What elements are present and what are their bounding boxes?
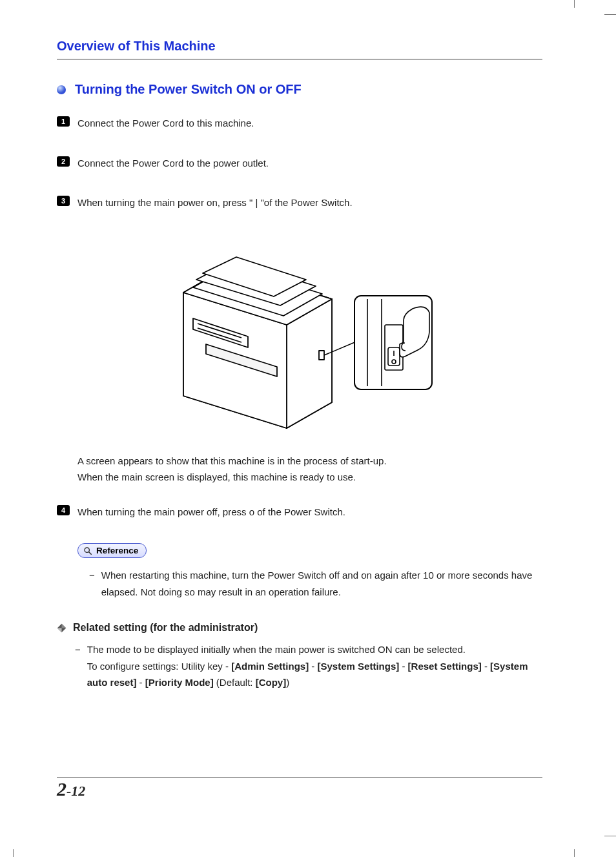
step-item: 3 When turning the main power on, press … xyxy=(57,194,542,211)
sep: - xyxy=(399,661,407,672)
default-suffix: ) xyxy=(286,677,289,688)
reference-badge: Reference xyxy=(77,543,147,558)
magnifier-icon xyxy=(83,546,92,555)
svg-marker-24 xyxy=(62,623,67,628)
step-text: When turning the main power on, press " … xyxy=(77,194,353,211)
related-heading: Related setting (for the administrator) xyxy=(57,622,542,634)
reference-item: − When restarting this machine, turn the… xyxy=(89,567,542,600)
crop-mark xyxy=(604,14,616,15)
footer-divider xyxy=(57,777,542,778)
crop-mark xyxy=(574,0,575,8)
reference-label: Reference xyxy=(96,546,138,555)
after-image-text: A screen appears to show that this machi… xyxy=(77,453,542,486)
config-path-0: [Admin Settings] xyxy=(231,661,309,672)
config-path-2: [Reset Settings] xyxy=(408,661,482,672)
related-title: Related setting (for the administrator) xyxy=(73,622,258,634)
svg-rect-18 xyxy=(388,347,400,366)
svg-marker-25 xyxy=(57,628,62,632)
related-text: The mode to be displayed initially when … xyxy=(87,641,542,691)
page-suffix: -12 xyxy=(67,783,85,799)
crop-mark xyxy=(13,849,14,857)
printer-illustration xyxy=(158,234,442,435)
step-item: 1 Connect the Power Cord to this machine… xyxy=(57,115,542,132)
sphere-bullet-icon xyxy=(57,85,66,94)
sep: - xyxy=(309,661,317,672)
dash-bullet: − xyxy=(75,641,81,691)
step-item: 2 Connect the Power Cord to the power ou… xyxy=(57,155,542,172)
svg-line-22 xyxy=(89,552,92,554)
step-text: Connect the Power Cord to the power outl… xyxy=(77,155,269,172)
reference-block: Reference − When restarting this machine… xyxy=(77,543,542,600)
svg-rect-13 xyxy=(319,351,324,360)
config-path-1: [System Settings] xyxy=(318,661,400,672)
step-text: When turning the main power off, press o… xyxy=(77,504,345,521)
subsection-heading: Turning the Power Switch ON or OFF xyxy=(57,82,542,97)
related-lead: The mode to be displayed initially when … xyxy=(87,644,466,655)
sep: - xyxy=(482,661,490,672)
crop-mark xyxy=(574,849,575,857)
section-divider xyxy=(57,59,542,60)
default-value: [Copy] xyxy=(256,677,287,688)
related-item: − The mode to be displayed initially whe… xyxy=(75,641,542,691)
step-number: 3 xyxy=(57,196,70,206)
default-prefix: (Default: xyxy=(214,677,256,688)
step-number: 2 xyxy=(57,156,70,167)
reference-text: When restarting this machine, turn the P… xyxy=(101,567,542,600)
step-number: 1 xyxy=(57,116,70,127)
diamond-bullet-icon xyxy=(57,623,67,633)
section-title: Overview of This Machine xyxy=(57,39,542,54)
config-prefix: To configure settings: Utility key - xyxy=(87,661,231,672)
body-text: When the main screen is displayed, this … xyxy=(77,469,542,486)
step-number: 4 xyxy=(57,505,70,515)
illustration-container xyxy=(57,234,542,435)
crop-mark xyxy=(604,836,616,836)
sep: - xyxy=(136,677,145,688)
subsection-title: Turning the Power Switch ON or OFF xyxy=(75,82,302,97)
dash-bullet: − xyxy=(89,567,95,600)
page-number: 2-12 xyxy=(57,778,85,800)
step-item: 4 When turning the main power off, press… xyxy=(57,504,542,521)
body-text: A screen appears to show that this machi… xyxy=(77,453,542,470)
chapter-number: 2 xyxy=(57,778,67,800)
page-content: Overview of This Machine Turning the Pow… xyxy=(57,39,542,697)
config-path-4: [Priority Mode] xyxy=(145,677,214,688)
step-text: Connect the Power Cord to this machine. xyxy=(77,115,254,132)
